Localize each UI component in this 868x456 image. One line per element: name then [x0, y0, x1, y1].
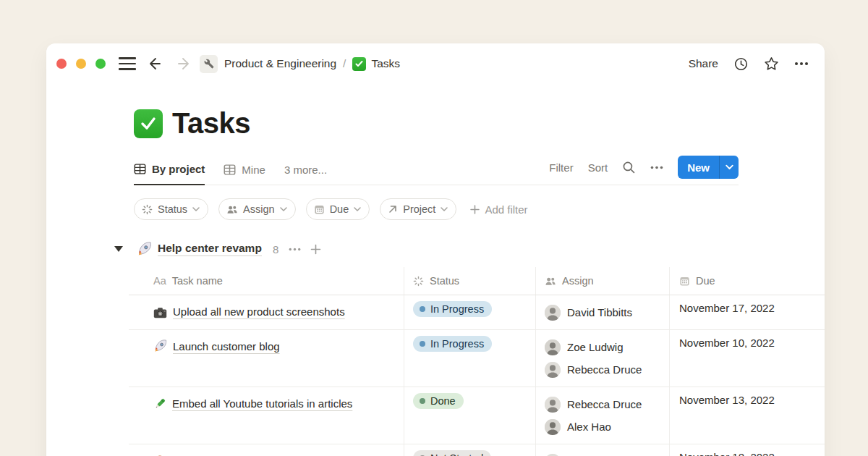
calendar-icon [314, 204, 325, 215]
task-title-link[interactable]: Launch customer blog [173, 340, 280, 352]
filter-chip-project[interactable]: Project [380, 198, 456, 220]
filter-chip-due[interactable]: Due [306, 198, 370, 220]
column-header-due[interactable]: Due [669, 267, 825, 295]
tab-by-project[interactable]: By project [134, 163, 205, 185]
group-add-icon[interactable] [310, 244, 321, 255]
assignee[interactable]: David Tibbitts [545, 301, 663, 324]
task-name-cell[interactable]: Upload all new product screenshots [129, 295, 404, 329]
window-topbar: Product & Engineering / Tasks Share [46, 43, 825, 84]
assign-cell[interactable]: Rebecca Druce [535, 444, 669, 456]
task-name-cell[interactable]: Final website audit [129, 444, 404, 456]
text-property-icon: Aa [153, 275, 166, 287]
assignee[interactable]: Zoe Ludwig [545, 336, 663, 358]
status-cell[interactable]: Not Started [404, 444, 535, 456]
new-button[interactable]: New [678, 156, 739, 179]
status-burst-icon [413, 276, 424, 287]
status-pill[interactable]: Done [413, 393, 464, 409]
task-name-cell[interactable]: Launch customer blog [129, 330, 404, 387]
new-dropdown-chevron-icon[interactable] [719, 156, 739, 179]
assign-cell[interactable]: Zoe Ludwig Rebecca Druce [535, 330, 669, 387]
breadcrumb-page[interactable]: Tasks [352, 57, 400, 71]
status-pill[interactable]: In Progress [413, 301, 492, 317]
rocket-icon [137, 242, 152, 257]
share-button[interactable]: Share [689, 57, 718, 70]
filter-button[interactable]: Filter [549, 161, 573, 174]
group-title-link[interactable]: Help center revamp [158, 242, 262, 256]
group-header: Help center revamp 8 [46, 240, 825, 258]
status-dot [420, 306, 425, 312]
group-more-icon[interactable] [289, 248, 301, 251]
avatar [545, 305, 561, 321]
view-options-icon[interactable] [650, 166, 663, 169]
group-count: 8 [273, 243, 278, 256]
column-header-task-name[interactable]: Aa Task name [129, 267, 404, 295]
page-title: Tasks [172, 107, 250, 140]
due-cell[interactable]: November 10, 2022 [669, 330, 825, 387]
assign-cell[interactable]: Rebecca Druce Alex Hao [535, 387, 669, 444]
filter-chip-status[interactable]: Status [134, 198, 208, 220]
table-view-icon [224, 164, 236, 176]
status-burst-icon [142, 204, 153, 215]
assignee-name: Zoe Ludwig [567, 341, 624, 353]
table-header-row: Aa Task name Status Assign Due [129, 267, 825, 295]
back-icon[interactable] [148, 56, 163, 71]
task-title-link[interactable]: Embed all Youtube tutorials in articles [172, 397, 352, 410]
status-cell[interactable]: In Progress [404, 330, 535, 387]
view-tab-bar: By project Mine 3 more... Filter Sort Ne… [134, 156, 739, 185]
sort-button[interactable]: Sort [588, 161, 608, 174]
sidebar-toggle-icon[interactable] [119, 57, 136, 69]
breadcrumb-page-label: Tasks [371, 57, 400, 70]
avatar [545, 454, 561, 456]
assignee[interactable]: Alex Hao [545, 415, 663, 438]
forward-icon[interactable] [175, 56, 191, 71]
tab-more-views[interactable]: 3 more... [284, 164, 327, 185]
assignee-name: Rebecca Druce [567, 363, 642, 376]
due-cell[interactable]: November 13, 2022 [669, 387, 825, 444]
collapse-triangle-icon[interactable] [114, 246, 123, 252]
due-cell[interactable]: November 18, 2022 → November 20, 2022 [669, 444, 825, 456]
assignee[interactable]: Rebecca Druce [545, 450, 663, 456]
assignee-name: Alex Hao [567, 421, 611, 433]
breadcrumb-separator: / [343, 57, 346, 70]
assignee-name: Rebecca Druce [567, 398, 642, 410]
add-filter-button[interactable]: Add filter [470, 203, 527, 216]
camera-icon [153, 307, 167, 321]
avatar [545, 339, 561, 355]
notion-window: Product & Engineering / Tasks Share [46, 43, 825, 456]
updates-clock-icon[interactable] [733, 56, 749, 72]
status-cell[interactable]: Done [404, 387, 535, 444]
more-options-icon[interactable] [794, 62, 809, 66]
assignee[interactable]: Rebecca Druce [545, 358, 663, 381]
arrow-up-right-icon [388, 204, 398, 214]
chevron-down-icon [280, 207, 287, 212]
table-row: Final website audit Not Started Rebecca … [129, 444, 825, 456]
filter-chip-assign[interactable]: Assign [218, 198, 296, 220]
workspace-wrench-icon[interactable] [200, 55, 218, 73]
column-header-status[interactable]: Status [404, 267, 535, 295]
breadcrumb-workspace[interactable]: Product & Engineering [224, 57, 336, 70]
tab-mine[interactable]: Mine [224, 164, 265, 185]
status-cell[interactable]: In Progress [404, 295, 535, 329]
assign-cell[interactable]: David Tibbitts [535, 295, 669, 329]
close-window-button[interactable] [56, 59, 67, 69]
minimize-window-button[interactable] [76, 59, 86, 69]
avatar [545, 397, 561, 413]
crayon-icon [153, 397, 166, 413]
table-row: Launch customer blog In Progress Zoe Lud… [129, 330, 825, 387]
status-pill[interactable]: In Progress [413, 336, 492, 352]
task-name-cell[interactable]: Embed all Youtube tutorials in articles [129, 387, 404, 444]
favorite-star-icon[interactable] [764, 56, 779, 72]
assignee[interactable]: Rebecca Druce [545, 393, 663, 415]
table-view-icon [134, 163, 146, 175]
due-cell[interactable]: November 17, 2022 [669, 295, 825, 329]
zoom-window-button[interactable] [95, 59, 106, 69]
window-controls [55, 59, 106, 69]
search-icon[interactable] [622, 161, 636, 174]
chevron-down-icon [441, 207, 448, 212]
status-pill[interactable]: Not Started [413, 450, 491, 456]
breadcrumb: Product & Engineering / Tasks [224, 57, 400, 71]
avatar [545, 362, 561, 378]
page-check-icon[interactable] [134, 109, 163, 138]
task-title-link[interactable]: Upload all new product screenshots [173, 305, 345, 318]
column-header-assign[interactable]: Assign [535, 267, 669, 295]
